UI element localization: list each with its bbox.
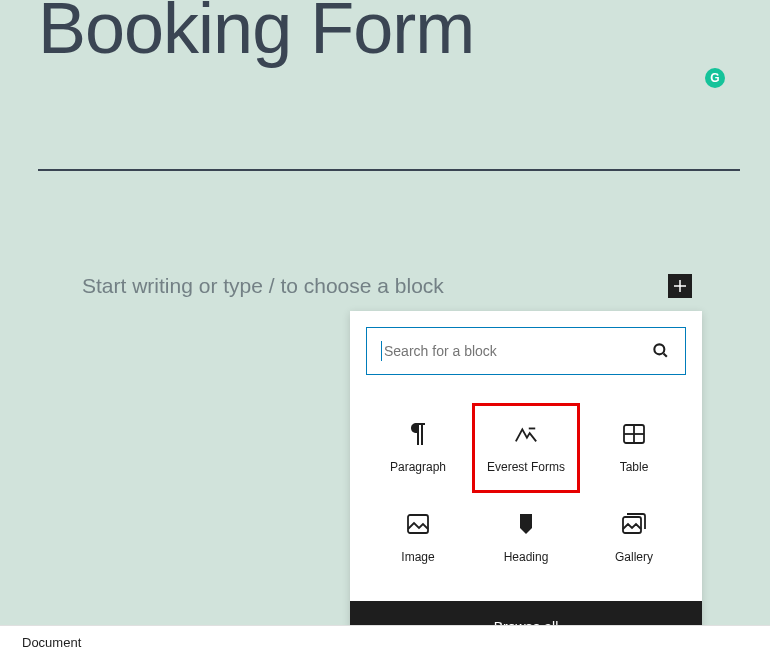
add-block-button[interactable] — [668, 274, 692, 298]
block-label: Paragraph — [390, 460, 446, 474]
block-label: Table — [620, 460, 649, 474]
block-item-image[interactable]: Image — [364, 493, 472, 583]
block-item-heading[interactable]: Heading — [472, 493, 580, 583]
page-title[interactable]: Booking Form — [0, 0, 770, 64]
editor-placeholder[interactable]: Start writing or type / to choose a bloc… — [82, 274, 444, 298]
svg-point-2 — [654, 344, 664, 354]
heading-icon — [514, 512, 538, 536]
block-label: Gallery — [615, 550, 653, 564]
block-label: Image — [401, 550, 434, 564]
block-inserter-popover: Paragraph Everest Forms Table — [350, 311, 702, 653]
search-box[interactable] — [366, 327, 686, 375]
text-cursor — [381, 341, 382, 361]
table-icon — [622, 422, 646, 446]
blocks-grid: Paragraph Everest Forms Table — [350, 391, 702, 601]
editor-prompt-row: Start writing or type / to choose a bloc… — [82, 274, 692, 298]
block-item-gallery[interactable]: Gallery — [580, 493, 688, 583]
paragraph-icon — [406, 422, 430, 446]
search-input[interactable] — [384, 343, 651, 359]
footer-breadcrumb-bar: Document — [0, 625, 770, 659]
breadcrumb-document[interactable]: Document — [22, 635, 81, 650]
search-icon — [651, 341, 671, 361]
block-item-everest-forms[interactable]: Everest Forms — [472, 403, 580, 493]
search-container — [350, 311, 702, 391]
image-icon — [406, 512, 430, 536]
svg-rect-9 — [623, 517, 641, 533]
everest-forms-icon — [514, 422, 538, 446]
block-item-paragraph[interactable]: Paragraph — [364, 403, 472, 493]
grammarly-icon[interactable]: G — [705, 68, 725, 88]
svg-rect-8 — [408, 515, 428, 533]
block-item-table[interactable]: Table — [580, 403, 688, 493]
block-label: Everest Forms — [487, 460, 565, 474]
plus-icon — [672, 278, 688, 294]
divider — [38, 169, 740, 171]
block-label: Heading — [504, 550, 549, 564]
svg-line-3 — [664, 354, 667, 357]
gallery-icon — [622, 512, 646, 536]
